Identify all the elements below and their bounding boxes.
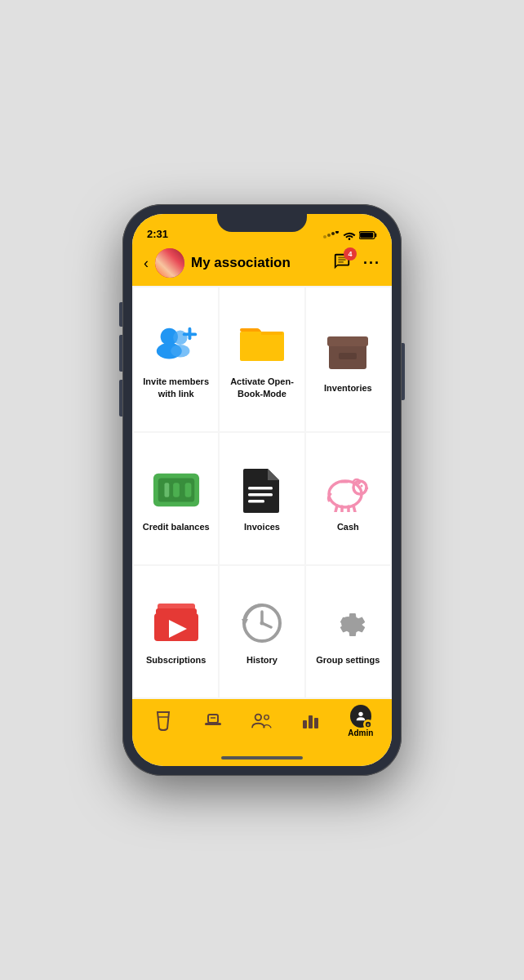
- back-button[interactable]: ‹: [144, 255, 149, 272]
- nav-item-stats[interactable]: [286, 710, 335, 732]
- archive-icon: [326, 330, 370, 372]
- notification-badge: 4: [344, 247, 357, 261]
- nav-item-food[interactable]: [188, 710, 237, 732]
- subscriptions-icon: [152, 599, 201, 648]
- avatar-image: [155, 248, 184, 278]
- status-icons: [323, 230, 377, 240]
- volume-down-button: [119, 380, 122, 416]
- drinks-icon: [153, 710, 174, 732]
- food-tray-icon: [203, 711, 223, 731]
- power-button: [402, 343, 405, 400]
- notch: [217, 214, 307, 232]
- svg-rect-15: [339, 353, 357, 359]
- svg-rect-12: [182, 333, 196, 336]
- group-settings-icon: [323, 599, 372, 648]
- gear-icon: [325, 600, 371, 646]
- grid-item-open-book[interactable]: Activate Open-Book-Mode: [220, 287, 304, 431]
- cup-icon: [154, 710, 172, 732]
- menu-grid: Invite members with link Activate Open-B…: [132, 286, 392, 699]
- svg-point-2: [331, 232, 335, 235]
- grid-item-credit-balances[interactable]: Credit balances: [134, 433, 218, 564]
- invite-members-icon: [152, 320, 201, 369]
- svg-point-3: [335, 231, 339, 234]
- people-icon: [251, 712, 273, 730]
- svg-rect-22: [184, 483, 191, 497]
- svg-point-32: [366, 488, 368, 489]
- group-settings-label: Group settings: [316, 654, 380, 666]
- app-header: ‹ My association 4 ···: [132, 243, 392, 286]
- open-book-icon: [238, 320, 286, 369]
- inventories-icon: [323, 327, 372, 376]
- nav-item-members[interactable]: [238, 710, 286, 732]
- subscriptions-label: Subscriptions: [146, 654, 206, 666]
- phone-frame: 2:31: [122, 204, 402, 776]
- volume-up-button: [119, 335, 122, 372]
- svg-rect-52: [303, 720, 307, 728]
- header-right: 4 ···: [332, 252, 380, 274]
- cash-label: Cash: [337, 521, 359, 532]
- svg-point-10: [173, 331, 187, 345]
- svg-rect-24: [248, 493, 273, 497]
- grid-item-invite-members[interactable]: Invite members with link: [134, 287, 218, 431]
- inventories-label: Inventories: [324, 382, 372, 394]
- nav-item-admin[interactable]: e Admin: [336, 706, 385, 737]
- grid-item-subscriptions[interactable]: Subscriptions: [134, 566, 218, 697]
- admin-avatar: e: [350, 705, 371, 728]
- credit-icon: [152, 470, 201, 510]
- svg-point-50: [255, 715, 261, 720]
- svg-point-55: [358, 711, 362, 715]
- grid-item-inventories[interactable]: Inventories: [306, 287, 390, 431]
- history-label: History: [246, 654, 278, 666]
- svg-line-33: [335, 506, 337, 512]
- home-bar: [221, 756, 303, 760]
- svg-point-45: [260, 621, 264, 626]
- svg-rect-48: [208, 715, 218, 723]
- bottom-navigation: e Admin: [132, 699, 392, 750]
- grid-item-history[interactable]: History: [220, 566, 304, 697]
- open-book-label: Activate Open-Book-Mode: [224, 376, 299, 399]
- svg-point-0: [323, 235, 326, 238]
- nav-item-drinks[interactable]: [139, 710, 188, 732]
- folder-icon: [238, 323, 286, 366]
- document-icon: [242, 467, 282, 513]
- header-left: ‹ My association: [144, 248, 291, 278]
- svg-rect-18: [164, 483, 169, 497]
- wifi-icon: [343, 230, 356, 240]
- admin-label: Admin: [348, 728, 373, 737]
- status-time: 2:31: [147, 228, 168, 240]
- svg-point-9: [171, 345, 189, 357]
- cash-icon: [323, 466, 372, 514]
- admin-icon: e: [350, 706, 371, 727]
- svg-rect-20: [173, 483, 180, 497]
- food-icon: [202, 710, 224, 732]
- svg-rect-5: [375, 234, 376, 237]
- grid-item-invoices[interactable]: Invoices: [220, 433, 304, 564]
- notification-button[interactable]: 4: [332, 252, 352, 274]
- volume-mute-button: [119, 302, 122, 327]
- clock-history-icon: [240, 601, 284, 645]
- credit-balances-icon: [152, 466, 201, 514]
- svg-text:e: e: [366, 722, 369, 727]
- credit-balances-label: Credit balances: [143, 521, 210, 532]
- svg-point-30: [361, 485, 363, 488]
- svg-rect-6: [360, 233, 373, 238]
- history-icon: [238, 599, 286, 648]
- more-options-button[interactable]: ···: [363, 255, 380, 272]
- svg-rect-53: [309, 715, 313, 728]
- subscription-icon: [153, 602, 200, 644]
- svg-rect-54: [314, 718, 318, 728]
- page-title: My association: [191, 255, 291, 271]
- invite-members-label: Invite members with link: [139, 376, 213, 399]
- admin-badge: e: [363, 719, 373, 729]
- piggy-bank-icon: [324, 468, 371, 512]
- bar-chart-icon: [301, 712, 321, 730]
- svg-rect-29: [340, 481, 349, 483]
- svg-rect-14: [327, 336, 368, 346]
- add-user-icon: [152, 323, 201, 366]
- grid-item-group-settings[interactable]: Group settings: [306, 566, 390, 697]
- grid-item-cash[interactable]: Cash: [306, 433, 390, 564]
- signal-dots-icon: [323, 231, 340, 239]
- home-indicator: [132, 750, 392, 766]
- admin-badge-icon: e: [365, 721, 371, 728]
- avatar[interactable]: [155, 248, 184, 278]
